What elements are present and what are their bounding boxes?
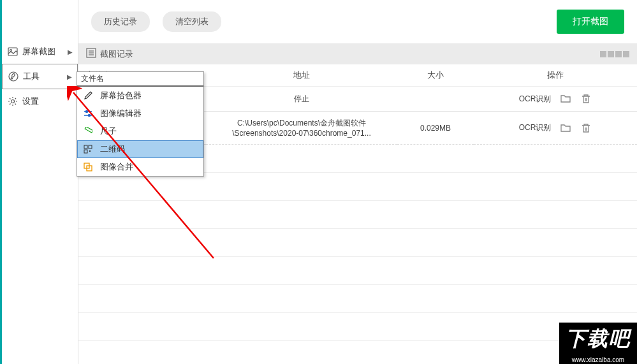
empty-grid: [78, 145, 637, 364]
folder-icon[interactable]: [560, 93, 571, 105]
svg-point-1: [10, 50, 12, 52]
watermark: 下载吧 www.xiazaiba.com: [559, 323, 637, 364]
trash-icon[interactable]: [580, 93, 592, 105]
submenu-label: 图像编辑器: [100, 108, 142, 119]
sidebar-item-settings[interactable]: 设置: [2, 89, 78, 113]
submenu-label: 屏幕拾色器: [100, 90, 142, 101]
ocr-button[interactable]: OCR识别: [519, 94, 552, 105]
sidebar-label: 工具: [23, 71, 40, 82]
sidebar-label: 屏幕截图: [22, 46, 55, 57]
svg-rect-13: [84, 145, 87, 149]
submenu-item-image-editor[interactable]: 图像编辑器: [77, 105, 203, 122]
open-capture-button[interactable]: 打开截图: [557, 10, 624, 34]
submenu-label: 二维码: [100, 143, 125, 155]
submenu-item-ruler[interactable]: 尺子: [77, 122, 203, 140]
sidebar-item-screenshot[interactable]: 屏幕截图 ▶: [2, 40, 78, 64]
svg-rect-15: [84, 150, 87, 153]
tools-submenu: 文件名 屏幕拾色器 图像编辑器 尺子 二维码 图像合并: [77, 71, 204, 177]
watermark-url: www.xiazaiba.com: [559, 356, 637, 364]
col-path: 地址: [206, 64, 397, 87]
chevron-right-icon: ▶: [68, 48, 73, 55]
view-toggle[interactable]: [600, 51, 629, 57]
trash-icon[interactable]: [580, 122, 592, 134]
eyedropper-icon: [82, 91, 94, 100]
submenu-item-color-picker[interactable]: 屏幕拾色器: [77, 87, 203, 105]
cell-size: [397, 87, 474, 112]
svg-rect-12: [85, 127, 92, 133]
list-icon: [86, 48, 96, 60]
ocr-button[interactable]: OCR识别: [519, 122, 552, 133]
clear-list-button[interactable]: 清空列表: [163, 11, 221, 32]
svg-point-11: [89, 115, 91, 117]
main-content: 历史记录 清空列表 打开截图 截图记录 文件名 地址 大小 操作: [78, 0, 637, 364]
ruler-icon: [82, 127, 94, 136]
submenu-label: 图像合并: [100, 161, 133, 173]
sidebar: 屏幕截图 ▶ 工具 ▶ 设置: [2, 0, 78, 364]
section-header: 截图记录: [78, 43, 637, 64]
svg-rect-16: [89, 150, 91, 152]
chevron-right-icon: ▶: [67, 73, 72, 80]
submenu-label: 尺子: [100, 126, 117, 137]
history-button[interactable]: 历史记录: [91, 11, 150, 32]
submenu-item-qrcode[interactable]: 二维码: [77, 140, 203, 158]
merge-icon: [82, 163, 94, 171]
watermark-text: 下载吧: [559, 323, 637, 356]
col-size: 大小: [397, 64, 474, 87]
section-title: 截图记录: [100, 48, 133, 60]
folder-icon[interactable]: [560, 122, 571, 134]
svg-rect-0: [8, 48, 17, 55]
sliders-icon: [82, 109, 94, 118]
svg-point-3: [11, 100, 15, 103]
toolbar: 历史记录 清空列表 打开截图: [78, 0, 637, 43]
submenu-item-image-merge[interactable]: 图像合并: [77, 158, 203, 176]
wrench-icon: [8, 71, 19, 82]
svg-rect-14: [89, 145, 92, 149]
sidebar-item-tools[interactable]: 工具 ▶: [2, 64, 78, 89]
image-icon: [7, 46, 18, 57]
sidebar-label: 设置: [22, 96, 39, 107]
cell-path: 停止: [206, 87, 397, 112]
col-actions: 操作: [474, 64, 637, 87]
cell-path: C:\Users\pc\Documents\金舟截图软件\Screenshots…: [206, 112, 397, 145]
qrcode-icon: [82, 145, 94, 154]
submenu-title: 文件名: [77, 72, 203, 87]
cell-size: 0.029MB: [397, 112, 474, 145]
svg-point-10: [86, 111, 88, 113]
gear-icon: [7, 96, 18, 107]
